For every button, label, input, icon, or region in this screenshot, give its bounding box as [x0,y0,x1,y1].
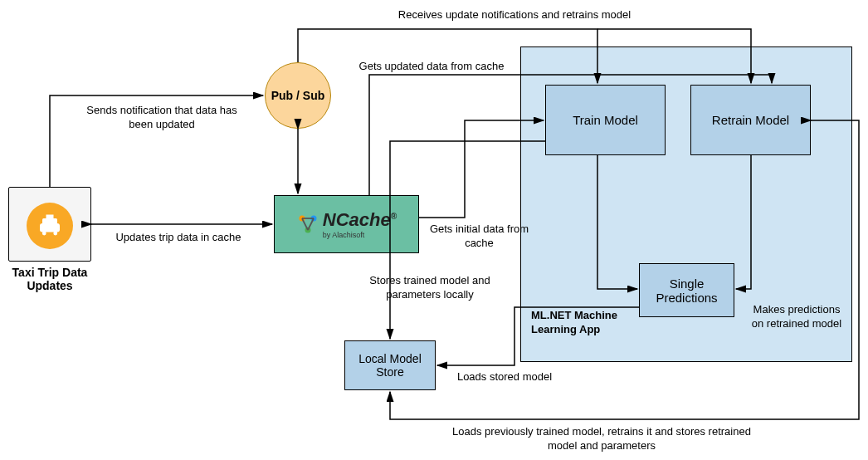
single-label: Single Predictions [640,276,734,305]
svg-point-4 [53,232,57,236]
localstore-label: Local Model Store [345,352,435,379]
pubsub-label: Pub / Sub [271,89,325,102]
svg-rect-1 [42,218,57,225]
label-gets-updated: Gets updated data from cache [357,60,506,74]
svg-rect-0 [40,223,60,232]
ncache-label: NCache [323,209,391,230]
label-makes-pred: Makes predictions on retrained model [747,303,846,331]
pubsub-node: Pub / Sub [265,62,331,129]
ncache-byline: by Alachisoft [323,231,365,239]
ncache-box: NCache® by Alachisoft [274,195,419,253]
ncache-logo-icon [296,213,319,236]
taxi-caption: Taxi Trip Data Updates [0,266,100,292]
taxi-icon [27,203,73,249]
train-label: Train Model [573,113,638,127]
train-model-box: Train Model [545,85,666,155]
retrain-label: Retrain Model [712,113,789,127]
svg-line-10 [308,218,314,230]
svg-rect-2 [46,215,54,219]
label-receives-update: Receives update notifications and retrai… [365,8,664,22]
label-gets-initial: Gets initial data from cache [415,223,544,251]
svg-line-9 [302,218,308,230]
retrain-model-box: Retrain Model [690,85,811,155]
label-loads-prev: Loads previously trained model, retrains… [452,425,751,453]
mlapp-label: ML.NET Machine Learning App [531,309,631,337]
label-stores-trained: Stores trained model and parameters loca… [347,274,513,302]
label-sends-notif: Sends notification that data has been up… [83,104,241,132]
taxi-data-box [8,187,91,262]
label-loads-stored: Loads stored model [446,370,563,384]
single-predictions-box: Single Predictions [639,263,734,317]
local-model-store-box: Local Model Store [344,340,436,390]
svg-point-3 [42,232,46,236]
label-updates-trip: Updates trip data in cache [100,231,257,245]
